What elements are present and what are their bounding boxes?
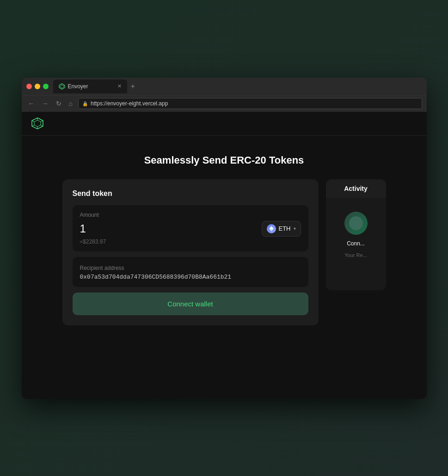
address-bar: ← → ↻ ⌂ 🔒 https://envoyer-eight.vercel.a… bbox=[22, 95, 427, 112]
lock-icon: 🔒 bbox=[82, 101, 88, 106]
tab-favicon bbox=[59, 83, 65, 90]
activity-content: Conn... Your Re... bbox=[326, 198, 386, 290]
title-bar: Envoyer ✕ + bbox=[22, 78, 427, 95]
activity-connect-text: Conn... bbox=[347, 240, 365, 247]
token-selector[interactable]: ETH ▾ bbox=[262, 221, 301, 237]
address-input[interactable]: 🔒 https://envoyer-eight.vercel.app bbox=[78, 98, 422, 109]
amount-row: 1 ETH ▾ bbox=[80, 221, 301, 237]
refresh-button[interactable]: ↻ bbox=[54, 99, 63, 108]
activity-subtext: Your Re... bbox=[344, 252, 367, 258]
connect-wallet-button[interactable]: Connect wallet bbox=[73, 293, 308, 315]
browser-window: Envoyer ✕ + ← → ↻ ⌂ 🔒 https://envoyer-ei… bbox=[22, 78, 427, 399]
amount-field[interactable]: Amount 1 bbox=[73, 205, 308, 251]
token-name: ETH bbox=[279, 225, 291, 232]
app-logo bbox=[31, 117, 44, 130]
tab-title: Envoyer bbox=[68, 83, 88, 90]
activity-card: Activity Conn... Your Re... bbox=[326, 179, 386, 290]
maximize-button[interactable] bbox=[43, 84, 49, 89]
app-navbar bbox=[22, 112, 427, 136]
browser-tab[interactable]: Envoyer ✕ bbox=[53, 79, 127, 93]
recipient-field[interactable]: Recipient address 0x07a53d704dda747306CD… bbox=[73, 257, 308, 287]
traffic-lights bbox=[26, 84, 49, 89]
close-button[interactable] bbox=[26, 84, 32, 89]
main-content: Seamlessly Send ERC-20 Tokens Send token… bbox=[22, 136, 427, 399]
eth-icon bbox=[267, 224, 276, 233]
avatar-inner bbox=[349, 216, 363, 230]
send-token-card: Send token Amount 1 bbox=[62, 179, 319, 325]
browser-content: Seamlessly Send ERC-20 Tokens Send token… bbox=[22, 112, 427, 399]
logo-icon bbox=[31, 117, 44, 130]
forward-button[interactable]: → bbox=[40, 99, 50, 108]
chevron-down-icon: ▾ bbox=[294, 226, 296, 231]
svg-marker-0 bbox=[59, 84, 65, 89]
url-text: https://envoyer-eight.vercel.app bbox=[91, 100, 168, 107]
minimize-button[interactable] bbox=[35, 84, 40, 89]
tab-close-button[interactable]: ✕ bbox=[117, 83, 122, 89]
page-title: Seamlessly Send ERC-20 Tokens bbox=[144, 154, 304, 166]
svg-marker-3 bbox=[34, 120, 41, 127]
amount-usd: ≈$2283.97 bbox=[80, 238, 301, 245]
send-token-title: Send token bbox=[73, 189, 308, 198]
desktop-background: Envoyer ✕ + ← → ↻ ⌂ 🔒 https://envoyer-ei… bbox=[0, 0, 448, 476]
activity-avatar bbox=[344, 212, 368, 235]
svg-marker-1 bbox=[60, 85, 63, 88]
cards-row: Send token Amount 1 bbox=[62, 179, 386, 325]
amount-value: 1 bbox=[80, 222, 86, 235]
recipient-label: Recipient address bbox=[80, 265, 124, 271]
home-button[interactable]: ⌂ bbox=[67, 99, 74, 108]
amount-label: Amount bbox=[80, 212, 301, 218]
new-tab-button[interactable]: + bbox=[127, 82, 139, 91]
tab-bar: Envoyer ✕ + bbox=[53, 79, 422, 93]
recipient-address: 0x07a53d704dda747306CD5688396d70B8Aa661b… bbox=[80, 274, 301, 281]
back-button[interactable]: ← bbox=[26, 99, 37, 108]
activity-tab[interactable]: Activity bbox=[326, 179, 386, 198]
